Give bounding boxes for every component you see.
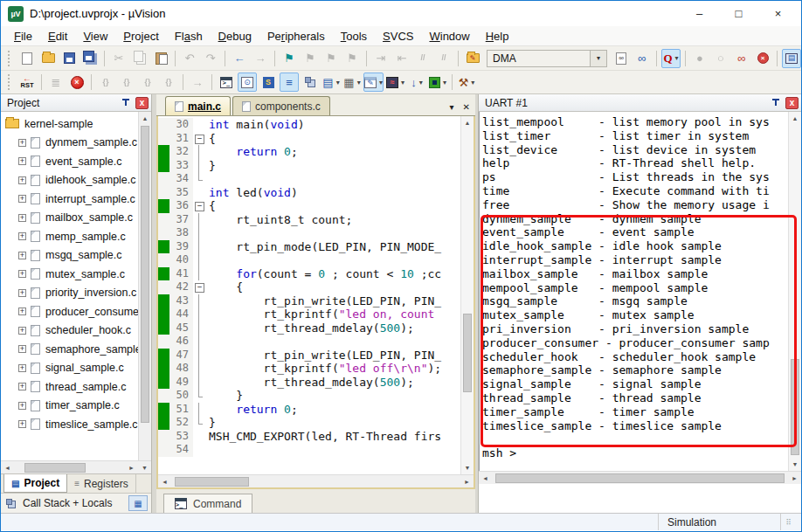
- tree-item-producer_consumer-c[interactable]: +producer_consumer.c: [1, 302, 151, 321]
- scrollbar-thumb[interactable]: [463, 314, 472, 392]
- fold-toggle-icon[interactable]: [193, 199, 204, 213]
- select-target-combo[interactable]: DMA▾: [487, 50, 607, 67]
- disassembly-window-icon[interactable]: ⊙: [238, 73, 257, 92]
- find-icon[interactable]: Q▾: [661, 49, 681, 68]
- select-target-drop-icon[interactable]: ▾: [590, 50, 607, 67]
- scroll-left-icon[interactable]: ◄: [479, 475, 492, 481]
- scrollbar-thumb[interactable]: [175, 477, 249, 487]
- tab-project[interactable]: ▤ Project: [3, 474, 67, 493]
- save-icon[interactable]: [59, 49, 79, 68]
- minimize-button[interactable]: –: [680, 3, 719, 25]
- project-window-icon[interactable]: ▤: [782, 49, 801, 68]
- expand-icon[interactable]: +: [18, 289, 26, 297]
- menu-flash[interactable]: Flash: [167, 28, 211, 45]
- maximize-button[interactable]: □: [719, 3, 758, 25]
- scroll-down-icon[interactable]: ▼: [789, 458, 801, 471]
- tree-item-scheduler_hook-c[interactable]: +scheduler_hook.c: [1, 321, 151, 341]
- project-tree-hscrollbar[interactable]: ◄ ► ▼: [1, 460, 151, 473]
- scroll-right-icon[interactable]: ►: [788, 475, 801, 481]
- uart-hscrollbar[interactable]: ◄ ►: [479, 471, 801, 484]
- tree-item-memp_sample-c[interactable]: +memp_sample.c: [1, 227, 151, 246]
- incremental-find-icon[interactable]: ∞: [633, 49, 652, 68]
- menu-view[interactable]: View: [75, 28, 115, 45]
- menu-svcs[interactable]: SVCS: [375, 28, 421, 45]
- scroll-down-icon[interactable]: ▼: [461, 461, 474, 474]
- goto-next-icon[interactable]: →: [188, 73, 207, 92]
- system-viewer-icon[interactable]: ↓▾: [407, 73, 426, 92]
- scroll-right-icon[interactable]: ►: [460, 479, 474, 485]
- watch-window-icon[interactable]: ▤▾: [321, 73, 341, 92]
- comment-icon[interactable]: //: [413, 49, 432, 68]
- memory-window-button[interactable]: ▦: [128, 495, 148, 511]
- scroll-left-icon[interactable]: ◄: [158, 479, 171, 485]
- uart-output[interactable]: list_mempool - list memory pool in sysli…: [480, 112, 788, 471]
- tree-item-msgq_sample-c[interactable]: +msgq_sample.c: [1, 246, 151, 266]
- project-close-icon[interactable]: x: [135, 97, 149, 109]
- scroll-up-icon[interactable]: ▲: [139, 112, 151, 125]
- tree-item-mutex_sample-c[interactable]: +mutex_sample.c: [1, 265, 151, 284]
- registers-window-icon[interactable]: ≡: [280, 73, 299, 92]
- scrollbar-thumb[interactable]: [791, 359, 799, 455]
- editor-hscrollbar[interactable]: ◄ ►: [158, 474, 474, 487]
- unindent-icon[interactable]: ⇤: [392, 49, 411, 68]
- breakpoint-kill-all-icon[interactable]: ×: [753, 49, 772, 68]
- indent-icon[interactable]: ⇥: [371, 49, 391, 68]
- memory-window-icon[interactable]: ▦▾: [342, 73, 362, 92]
- menu-debug[interactable]: Debug: [211, 28, 259, 45]
- expand-icon[interactable]: +: [18, 345, 26, 353]
- menu-window[interactable]: Window: [421, 28, 477, 45]
- open-file-icon[interactable]: [38, 49, 58, 68]
- expand-icon[interactable]: +: [18, 139, 26, 147]
- expand-icon[interactable]: +: [18, 176, 26, 184]
- step-over-icon[interactable]: {}: [117, 73, 136, 92]
- tree-item-timeslice_sample-c[interactable]: +timeslice_sample.c: [1, 415, 151, 434]
- tab-main-c[interactable]: main.c: [165, 96, 231, 115]
- menu-help[interactable]: Help: [478, 28, 517, 45]
- scroll-left-icon[interactable]: ◄: [1, 465, 14, 471]
- code-line-41[interactable]: 41 for(count = 0 ; count < 10 ;cc: [158, 267, 460, 281]
- tree-item-interrupt_sample-c[interactable]: +interrupt_sample.c: [1, 190, 151, 209]
- code-line-45[interactable]: 45 rt_thread_mdelay(500);: [158, 321, 460, 335]
- expand-icon[interactable]: +: [18, 383, 26, 390]
- code-line-50[interactable]: 50 }: [158, 389, 460, 403]
- serial-window-icon[interactable]: ✎▾: [363, 73, 384, 92]
- editor-vscrollbar[interactable]: ▲ ▼: [460, 116, 474, 474]
- tree-root-kernel-sample[interactable]: kernel-sample: [1, 114, 151, 134]
- run-to-cursor-icon[interactable]: {}: [159, 73, 178, 92]
- symbol-window-icon[interactable]: S: [259, 73, 278, 92]
- expand-icon[interactable]: +: [18, 232, 26, 240]
- close-file-icon[interactable]: ✕: [463, 102, 470, 112]
- pin-icon[interactable]: [121, 98, 130, 108]
- paste-icon[interactable]: [151, 49, 170, 68]
- tree-item-idlehook_sample-c[interactable]: +idlehook_sample.c: [1, 171, 151, 190]
- code-line-39[interactable]: 39 rt_pin_mode(LED_PIN, PIN_MODE_: [158, 240, 460, 254]
- bookmark-prev-icon[interactable]: ⚑: [301, 49, 320, 68]
- window-list-icon[interactable]: ▾: [450, 102, 454, 112]
- call-stack-window-icon[interactable]: [301, 73, 320, 92]
- step-into-icon[interactable]: {}: [96, 73, 115, 92]
- reset-cpu-icon[interactable]: RST: [17, 73, 37, 92]
- project-tree-vscrollbar[interactable]: ▲: [138, 112, 151, 460]
- redo-icon[interactable]: ↷: [201, 49, 220, 68]
- tree-item-semaphore_sample-c[interactable]: +semaphore_sample.c: [1, 340, 151, 359]
- code-line-35[interactable]: 35int led(void): [158, 186, 460, 200]
- tree-item-event_sample-c[interactable]: +event_sample.c: [1, 152, 151, 171]
- code-line-31[interactable]: 31{: [158, 132, 460, 146]
- tree-item-priority_inversion-c[interactable]: +priority_inversion.c: [1, 284, 151, 303]
- close-button[interactable]: ×: [758, 3, 798, 25]
- breakpoint-enable-icon[interactable]: ○: [711, 49, 730, 68]
- save-all-icon[interactable]: [80, 49, 100, 68]
- new-file-icon[interactable]: [17, 49, 37, 68]
- navigate-back-icon[interactable]: ←: [230, 49, 249, 68]
- uart-vscrollbar[interactable]: ▲ ▼: [788, 112, 801, 471]
- command-window-icon[interactable]: >_: [217, 73, 236, 92]
- code-line-51[interactable]: 51 return 0;: [158, 403, 460, 417]
- undo-icon[interactable]: ↶: [180, 49, 199, 68]
- code-line-54[interactable]: 54: [158, 443, 460, 457]
- expand-icon[interactable]: +: [18, 307, 26, 315]
- scroll-right-icon[interactable]: ►: [125, 465, 138, 471]
- expand-icon[interactable]: +: [18, 420, 26, 428]
- copy-icon[interactable]: [130, 49, 149, 68]
- expand-icon[interactable]: +: [18, 327, 26, 335]
- pin-icon[interactable]: [771, 98, 780, 108]
